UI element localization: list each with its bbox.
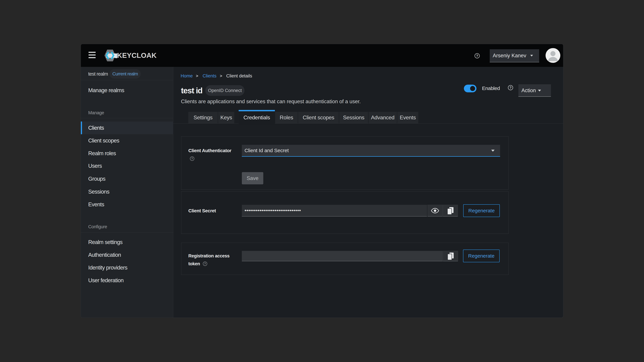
svg-text:?: ?	[191, 157, 193, 160]
svg-text:?: ?	[476, 54, 478, 58]
svg-text:?: ?	[204, 262, 206, 265]
svg-text:?: ?	[510, 86, 512, 89]
